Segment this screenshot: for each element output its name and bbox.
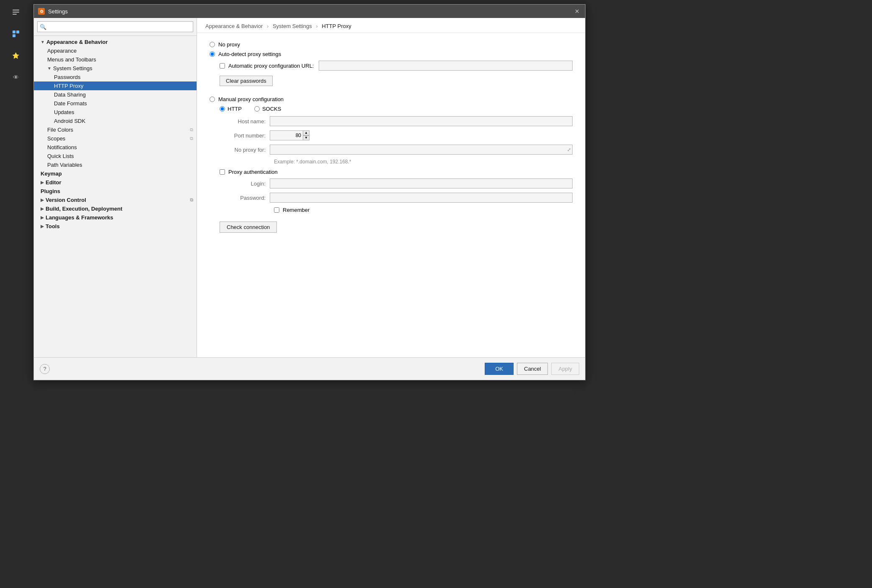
host-row: Host name:: [220, 116, 573, 126]
port-input[interactable]: [270, 130, 303, 140]
manual-proxy-option[interactable]: Manual proxy configuration: [210, 96, 573, 102]
port-row: Port number: ▲ ▼: [220, 130, 573, 140]
ide-icon-project[interactable]: [5, 2, 26, 23]
breadcrumb-current: HTTP Proxy: [322, 23, 351, 29]
socks-label: SOCKS: [262, 106, 281, 112]
sidebar-item-label: Keymap: [41, 171, 62, 177]
sidebar-item-android-sdk[interactable]: Android SDK: [34, 117, 197, 125]
sidebar-item-label: Path Variables: [47, 162, 82, 168]
sidebar-item-path-variables[interactable]: Path Variables: [34, 160, 197, 169]
sidebar-item-languages-frameworks[interactable]: ▶ Languages & Frameworks: [34, 213, 197, 222]
http-label: HTTP: [228, 106, 242, 112]
sidebar-item-build-execution[interactable]: ▶ Build, Execution, Deployment: [34, 204, 197, 213]
proxy-auth-section: Proxy authentication Login:: [220, 169, 573, 213]
sidebar-tree: ▼ Appearance & Behavior Appearance Menus…: [34, 36, 197, 357]
sidebar-item-label: Passwords: [54, 74, 81, 80]
sidebar-item-file-colors[interactable]: File Colors ⧉: [34, 125, 197, 134]
arrow-icon: ▶: [41, 206, 44, 211]
manual-proxy-radio[interactable]: [210, 97, 215, 102]
sidebar-item-label: Data Sharing: [54, 92, 86, 98]
sidebar-item-scopes[interactable]: Scopes ⧉: [34, 134, 197, 143]
sidebar-item-label: Build, Execution, Deployment: [46, 206, 122, 212]
sidebar-item-updates[interactable]: Updates: [34, 108, 197, 117]
sidebar-item-data-sharing[interactable]: Data Sharing: [34, 90, 197, 99]
sidebar-item-appearance[interactable]: Appearance: [34, 46, 197, 55]
auto-detect-radio[interactable]: [210, 51, 215, 57]
manual-section: HTTP SOCKS Host name:: [220, 106, 573, 233]
search-input[interactable]: [37, 21, 193, 32]
sidebar-item-label: HTTP Proxy: [54, 83, 84, 89]
svg-rect-3: [13, 31, 15, 33]
sidebar-item-editor[interactable]: ▶ Editor: [34, 178, 197, 187]
sidebar-item-passwords[interactable]: Passwords: [34, 73, 197, 81]
svg-rect-2: [13, 14, 17, 15]
sidebar-item-http-proxy[interactable]: HTTP Proxy: [34, 81, 197, 90]
arrow-icon: ▼: [47, 66, 51, 71]
host-label: Host name:: [220, 118, 270, 125]
check-connection-button[interactable]: Check connection: [220, 221, 277, 233]
auto-detect-option[interactable]: Auto-detect proxy settings: [210, 51, 573, 57]
login-label: Login:: [220, 181, 270, 187]
password-input[interactable]: [270, 193, 573, 203]
no-proxy-for-input[interactable]: [270, 145, 573, 155]
sidebar-item-date-formats[interactable]: Date Formats: [34, 99, 197, 108]
arrow-icon: ▶: [41, 198, 44, 202]
sidebar-item-notifications[interactable]: Notifications: [34, 143, 197, 152]
host-input[interactable]: [270, 116, 573, 126]
port-up-button[interactable]: ▲: [303, 130, 309, 135]
auto-url-label: Automatic proxy configuration URL:: [228, 63, 314, 69]
sidebar-item-menus-toolbars[interactable]: Menus and Toolbars: [34, 55, 197, 64]
sidebar-item-label: Menus and Toolbars: [47, 56, 96, 63]
clear-passwords-button[interactable]: Clear passwords: [220, 76, 273, 86]
remember-checkbox[interactable]: [274, 207, 279, 213]
login-input[interactable]: [270, 178, 573, 188]
sidebar-item-version-control[interactable]: ▶ Version Control ⧉: [34, 196, 197, 204]
protocol-selection: HTTP SOCKS: [220, 106, 573, 112]
password-label: Password:: [220, 195, 270, 201]
sidebar-item-label: Updates: [54, 109, 74, 115]
sidebar-item-label: Quick Lists: [47, 153, 74, 159]
svg-rect-5: [13, 34, 15, 37]
sidebar-item-quick-lists[interactable]: Quick Lists: [34, 152, 197, 160]
sidebar-item-plugins[interactable]: Plugins: [34, 187, 197, 196]
settings-sidebar: 🔍 ▼ Appearance & Behavior: [34, 18, 197, 357]
ok-button[interactable]: OK: [485, 363, 514, 375]
no-proxy-radio[interactable]: [210, 42, 215, 47]
sidebar-item-label: Plugins: [41, 188, 60, 194]
proxy-auth-row: Proxy authentication: [220, 169, 573, 175]
arrow-icon: ▶: [41, 180, 44, 185]
sidebar-item-tools[interactable]: ▶ Tools: [34, 222, 197, 231]
app-icon: ⚙: [38, 8, 45, 15]
dialog-title: Settings: [48, 8, 573, 15]
http-radio[interactable]: [220, 106, 225, 112]
password-row: Password:: [220, 193, 573, 203]
proxy-url-input[interactable]: [319, 61, 573, 71]
sidebar-item-label: Appearance: [47, 48, 77, 54]
proxy-auth-checkbox[interactable]: [220, 169, 225, 175]
arrow-icon: ▶: [41, 215, 44, 220]
ide-icon-preview[interactable]: 👁: [5, 67, 26, 88]
ide-icon-favorites[interactable]: ⭐: [5, 45, 26, 66]
auto-url-checkbox[interactable]: [220, 63, 225, 69]
arrow-icon: ▶: [41, 224, 44, 229]
port-down-button[interactable]: ▼: [303, 135, 309, 140]
search-icon: 🔍: [40, 24, 46, 30]
sidebar-item-appearance-behavior[interactable]: ▼ Appearance & Behavior: [34, 38, 197, 46]
svg-rect-4: [16, 31, 19, 33]
no-proxy-option[interactable]: No proxy: [210, 41, 573, 48]
sidebar-item-system-settings[interactable]: ▼ System Settings: [34, 64, 197, 73]
apply-button[interactable]: Apply: [551, 363, 579, 375]
close-button[interactable]: ×: [573, 7, 581, 16]
arrow-icon: ▼: [41, 40, 45, 44]
ide-icon-structure[interactable]: [5, 23, 26, 44]
sidebar-item-label: System Settings: [53, 65, 92, 71]
cancel-button[interactable]: Cancel: [517, 363, 548, 375]
help-button[interactable]: ?: [40, 364, 50, 374]
content-area: No proxy Auto-detect proxy settings: [197, 33, 585, 357]
svg-rect-1: [13, 12, 19, 13]
sidebar-item-keymap[interactable]: Keymap: [34, 169, 197, 178]
socks-radio[interactable]: [254, 106, 260, 112]
sidebar-item-label: Languages & Frameworks: [46, 214, 113, 221]
port-spinner: ▲ ▼: [270, 130, 309, 140]
no-proxy-for-row: No proxy for: ⤢: [220, 145, 573, 155]
